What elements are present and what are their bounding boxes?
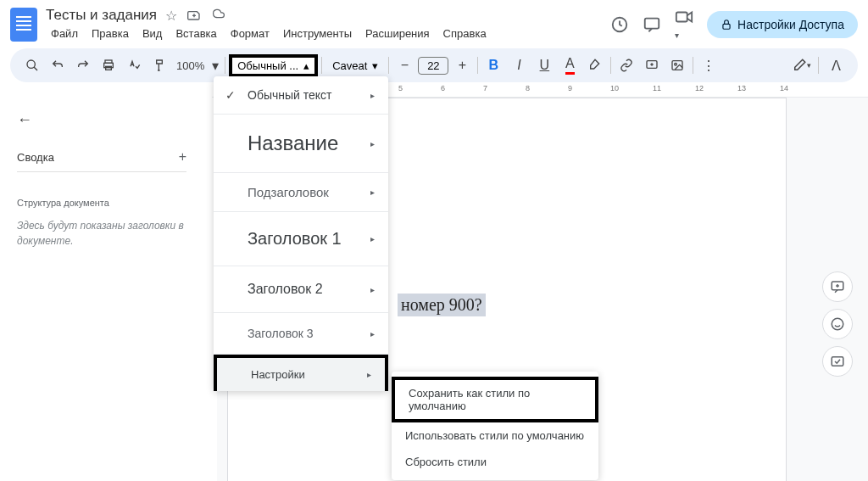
ruler-mark: 6: [441, 84, 445, 92]
summary-label: Сводка: [17, 151, 54, 164]
svg-rect-2: [676, 12, 687, 21]
print-icon[interactable]: [97, 53, 120, 77]
underline-icon[interactable]: U: [532, 53, 556, 77]
ruler-mark: 7: [483, 84, 487, 92]
style-heading1[interactable]: Заголовок 1 ▸: [214, 212, 388, 266]
editing-mode-icon[interactable]: ▾: [789, 53, 813, 77]
outline-empty-text: Здесь будут показаны заголовки в докумен…: [17, 218, 186, 249]
side-action-buttons: [822, 271, 853, 377]
docs-logo-icon[interactable]: [10, 8, 37, 42]
chevron-right-icon: ▸: [370, 187, 375, 197]
paragraph-style-dropdown[interactable]: Обычный ... ▴: [229, 54, 318, 77]
style-heading3[interactable]: Заголовок 3 ▸: [214, 313, 388, 355]
style-normal[interactable]: Обычный текст ▸: [214, 76, 388, 115]
move-icon[interactable]: [187, 8, 201, 24]
bold-icon[interactable]: B: [481, 53, 505, 77]
history-icon[interactable]: [610, 15, 629, 34]
svg-point-4: [27, 60, 35, 68]
font-name: Caveat: [332, 59, 367, 72]
svg-point-12: [832, 318, 843, 330]
style-label: Обычный ...: [237, 59, 298, 72]
style-heading2[interactable]: Заголовок 2 ▸: [214, 266, 388, 313]
font-dropdown[interactable]: Caveat ▾: [326, 56, 385, 76]
font-size-input[interactable]: 22: [418, 57, 448, 75]
chevron-right-icon: ▸: [367, 370, 371, 379]
title-area: Тесты и задания ☆ Файл Правка Вид Вставк…: [46, 7, 602, 42]
share-button[interactable]: Настройки Доступа: [707, 11, 858, 38]
style-subtitle[interactable]: Подзаголовок ▸: [214, 173, 388, 212]
spellcheck-icon[interactable]: [122, 53, 146, 77]
document-title[interactable]: Тесты и задания: [46, 7, 157, 24]
ruler-mark: 13: [737, 84, 746, 92]
chevron-down-icon: ▾: [372, 59, 378, 72]
text-color-icon[interactable]: A: [558, 53, 581, 77]
menu-edit[interactable]: Правка: [86, 25, 134, 42]
paint-format-icon[interactable]: [147, 53, 171, 77]
cloud-icon[interactable]: [211, 8, 226, 24]
back-arrow-icon[interactable]: ←: [17, 111, 32, 129]
svg-rect-7: [106, 66, 112, 70]
insert-image-icon[interactable]: [665, 53, 689, 77]
add-comment-icon[interactable]: [640, 53, 664, 77]
document-text[interactable]: номер 900?: [398, 294, 486, 316]
style-settings-submenu: Сохранить как стили по умолчанию Использ…: [392, 372, 598, 480]
zoom-level[interactable]: 100%: [173, 59, 208, 72]
increase-font-icon[interactable]: +: [450, 53, 474, 77]
add-comment-side-icon[interactable]: [822, 271, 853, 302]
chevron-right-icon: ▸: [370, 285, 375, 294]
menu-bar: Файл Правка Вид Вставка Формат Инструмен…: [46, 25, 602, 42]
add-summary-icon[interactable]: +: [179, 149, 186, 165]
share-label: Настройки Доступа: [737, 18, 844, 31]
ruler-mark: 10: [610, 84, 619, 92]
suggest-edit-icon[interactable]: [822, 346, 853, 377]
outline-title: Структура документа: [17, 198, 186, 208]
svg-point-10: [675, 63, 677, 65]
search-icon[interactable]: [20, 53, 44, 77]
svg-rect-3: [723, 24, 730, 29]
chevron-up-icon: ▴: [303, 59, 309, 72]
menu-file[interactable]: Файл: [46, 25, 83, 42]
style-settings[interactable]: Настройки ▸: [214, 355, 388, 391]
ruler-mark: 5: [398, 84, 403, 92]
save-default-styles[interactable]: Сохранить как стили по умолчанию: [392, 377, 598, 422]
italic-icon[interactable]: I: [507, 53, 531, 77]
chevron-right-icon: ▸: [370, 329, 375, 338]
menu-help[interactable]: Справка: [438, 25, 492, 42]
svg-rect-13: [832, 357, 843, 366]
ruler-mark: 11: [653, 84, 661, 92]
reset-styles[interactable]: Сбросить стили: [392, 449, 598, 475]
comments-icon[interactable]: [643, 15, 661, 34]
chevron-right-icon: ▸: [370, 139, 375, 148]
ruler-mark: 14: [780, 84, 788, 92]
link-icon[interactable]: [615, 53, 638, 77]
more-icon[interactable]: ⋮: [697, 53, 721, 77]
emoji-icon[interactable]: [822, 309, 853, 339]
chevron-right-icon: ▸: [370, 91, 375, 100]
undo-icon[interactable]: [46, 53, 70, 77]
meet-icon[interactable]: ▾: [675, 8, 693, 42]
highlight-icon[interactable]: [583, 53, 607, 77]
collapse-icon[interactable]: ᐱ: [824, 53, 848, 77]
zoom-dropdown-icon[interactable]: ▾: [209, 53, 221, 77]
chevron-right-icon: ▸: [370, 234, 375, 243]
ruler-mark: 12: [695, 84, 704, 92]
header-bar: Тесты и задания ☆ Файл Правка Вид Вставк…: [0, 0, 868, 48]
menu-insert[interactable]: Вставка: [170, 25, 221, 42]
svg-rect-1: [645, 18, 659, 28]
ruler-mark: 9: [568, 84, 572, 92]
decrease-font-icon[interactable]: −: [392, 53, 416, 77]
style-title[interactable]: Название ▸: [214, 115, 388, 173]
ruler-mark: 8: [526, 84, 530, 92]
menu-tools[interactable]: Инструменты: [278, 25, 357, 42]
paragraph-style-menu: Обычный текст ▸ Название ▸ Подзаголовок …: [214, 76, 388, 391]
lock-icon: [721, 19, 732, 31]
menu-format[interactable]: Формат: [225, 25, 275, 42]
toolbar: 100% ▾ Обычный ... ▴ Caveat ▾ − 22 + B I…: [10, 48, 858, 82]
outline-sidebar: ← Сводка + Структура документа Здесь буд…: [0, 98, 203, 481]
use-default-styles[interactable]: Использовать стили по умолчанию: [392, 422, 598, 449]
menu-extensions[interactable]: Расширения: [360, 25, 435, 42]
star-icon[interactable]: ☆: [165, 8, 177, 24]
menu-view[interactable]: Вид: [137, 25, 168, 42]
redo-icon[interactable]: [71, 53, 95, 77]
